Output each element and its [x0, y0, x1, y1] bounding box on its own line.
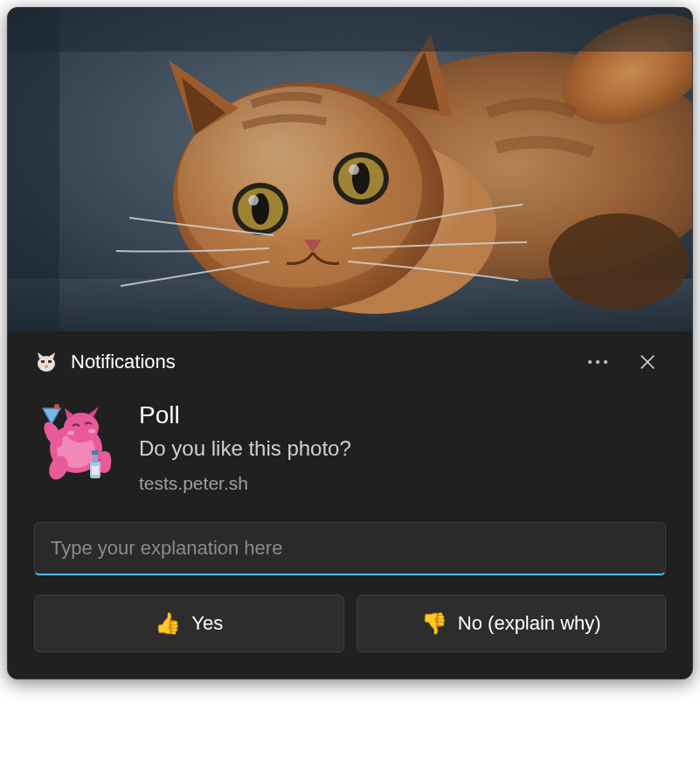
- avatar-icon: [34, 400, 118, 484]
- button-row: 👍 Yes 👎 No (explain why): [8, 582, 692, 679]
- notification-content: Poll Do you like this photo? tests.peter…: [8, 384, 692, 503]
- notification-title: Poll: [139, 401, 666, 429]
- hero-image: [8, 8, 692, 331]
- no-button[interactable]: 👎 No (explain why): [357, 595, 667, 652]
- notification-body: Do you like this photo?: [139, 436, 666, 461]
- svg-point-28: [54, 404, 59, 409]
- notification-source: tests.peter.sh: [139, 473, 666, 494]
- svg-rect-16: [8, 8, 692, 331]
- svg-point-32: [67, 431, 74, 435]
- svg-rect-39: [92, 466, 99, 475]
- notification-header: Notifications: [8, 331, 692, 384]
- svg-rect-38: [92, 450, 99, 455]
- svg-point-23: [588, 360, 592, 364]
- svg-rect-20: [41, 360, 45, 363]
- thumbs-down-icon: 👎: [421, 611, 447, 636]
- app-name: Notifications: [71, 351, 566, 373]
- svg-rect-18: [8, 8, 59, 331]
- more-icon[interactable]: [579, 356, 617, 368]
- notification-card: Notifications: [7, 7, 693, 679]
- svg-rect-37: [93, 454, 98, 463]
- yes-label: Yes: [191, 612, 223, 635]
- svg-rect-21: [48, 360, 52, 363]
- text-content: Poll Do you like this photo? tests.peter…: [139, 400, 666, 494]
- app-icon: [34, 350, 59, 374]
- svg-point-19: [38, 356, 55, 372]
- no-label: No (explain why): [458, 612, 601, 635]
- svg-point-22: [45, 366, 48, 368]
- input-row: [8, 503, 692, 582]
- svg-point-25: [604, 360, 607, 364]
- close-icon[interactable]: [629, 349, 666, 375]
- explanation-input[interactable]: [34, 522, 666, 575]
- thumbs-up-icon: 👍: [155, 611, 181, 636]
- yes-button[interactable]: 👍 Yes: [34, 595, 344, 652]
- svg-point-33: [88, 429, 95, 434]
- svg-point-24: [596, 360, 600, 364]
- svg-rect-17: [8, 8, 692, 52]
